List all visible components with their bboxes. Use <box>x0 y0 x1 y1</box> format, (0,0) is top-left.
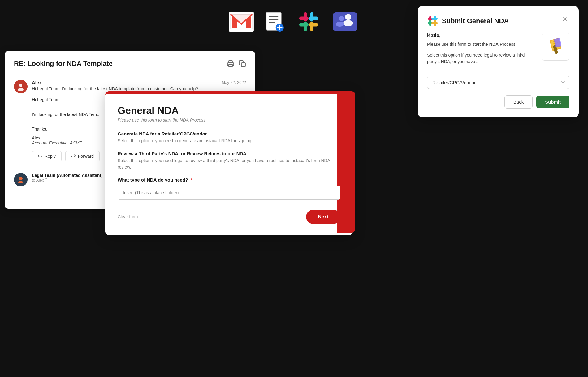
slack-icon[interactable] <box>296 9 322 35</box>
back-button[interactable]: Back <box>504 95 533 109</box>
copy-icon[interactable] <box>239 60 246 67</box>
email-action-icons <box>227 60 246 67</box>
forward-label: Forward <box>78 154 94 159</box>
slack-logo-small <box>427 15 438 27</box>
signature-title: Account Executive, ACME <box>32 140 82 145</box>
svg-rect-39 <box>431 22 438 24</box>
print-icon[interactable] <box>227 60 234 67</box>
nda-type-input[interactable] <box>118 186 340 200</box>
modal-desc-nda: NDA <box>489 42 499 47</box>
nda-form-panel: General NDA Please use this form to star… <box>105 91 353 235</box>
nda-form-footer: Clear form Next <box>118 210 340 224</box>
avatar-legal <box>14 173 28 186</box>
email-preview: Hi Legal Team, I'm looking for the lates… <box>32 86 246 91</box>
email-header: RE: Looking for NDA Template <box>14 60 246 73</box>
modal-desc-part2: Process <box>499 42 515 47</box>
svg-text:T: T <box>345 14 348 20</box>
nda-option1-title: Generate NDA for a Retailer/CPG/Vendor <box>118 131 340 136</box>
required-indicator: * <box>190 177 192 182</box>
svg-point-29 <box>19 84 22 87</box>
clear-form-link[interactable]: Clear form <box>118 214 138 219</box>
modal-header: Submit General NDA ✕ <box>427 15 569 27</box>
signature-name: Alex <box>32 135 40 140</box>
nda-field-label: What type of NDA do you need? * <box>118 177 340 182</box>
svg-rect-15 <box>309 17 318 20</box>
svg-point-22 <box>343 20 353 26</box>
modal-description: Please use this form to start the NDA Pr… <box>427 41 535 48</box>
top-icons-bar: T <box>229 9 359 35</box>
modal-dropdown[interactable]: Retailer/CPG/Vendor Third Party Review O… <box>427 76 569 89</box>
reply-label: Reply <box>45 154 56 159</box>
reply-icon <box>38 154 42 158</box>
nda-option2-desc: Select this option if you need legal to … <box>118 157 340 170</box>
forward-button[interactable]: Forward <box>65 151 100 161</box>
submit-button[interactable]: Submit <box>536 96 569 108</box>
email-date: May 22, 2022 <box>222 80 246 85</box>
modal-desc2: Select this option if you need legal to … <box>427 52 535 65</box>
modal-title-row: Submit General NDA <box>427 15 509 27</box>
svg-rect-35 <box>431 18 438 20</box>
svg-point-23 <box>339 16 344 21</box>
teams-icon[interactable]: T <box>331 9 359 35</box>
svg-rect-19 <box>309 23 318 26</box>
nda-form-title: General NDA <box>118 105 340 116</box>
svg-rect-13 <box>299 17 309 20</box>
svg-rect-28 <box>241 63 245 67</box>
tasks-icon[interactable] <box>263 11 286 34</box>
avatar-alex <box>14 80 28 93</box>
email-subject: RE: Looking for NDA Template <box>14 60 113 68</box>
sender-row: Alex May 22, 2022 <box>32 80 246 85</box>
modal-footer: Back Submit <box>427 95 569 109</box>
modal-desc-part1: Please use this form to start the <box>427 42 489 47</box>
submit-modal: Submit General NDA ✕ Katie, Please use t… <box>418 6 579 117</box>
modal-title: Submit General NDA <box>442 17 509 25</box>
nda-option-1: Generate NDA for a Retailer/CPG/Vendor S… <box>118 131 340 144</box>
reply-button[interactable]: Reply <box>32 151 62 161</box>
nda-option-2: Review a Third Party's NDA, or Review Re… <box>118 151 340 170</box>
svg-point-30 <box>18 88 24 91</box>
forward-icon <box>71 154 76 158</box>
sender-name: Alex <box>32 80 42 85</box>
nda-option1-desc: Select this option if you need to genera… <box>118 138 340 144</box>
modal-greeting: Katie, <box>427 33 535 38</box>
nda-form-subtitle: Please use this form to start the NDA Pr… <box>118 118 340 122</box>
svg-point-24 <box>336 22 344 27</box>
modal-text: Katie, Please use this form to start the… <box>427 33 535 65</box>
modal-body: Katie, Please use this form to start the… <box>427 33 569 65</box>
nda-option2-title: Review a Third Party's NDA, or Review Re… <box>118 151 340 156</box>
modal-illustration <box>542 33 569 61</box>
gmail-icon[interactable] <box>229 12 254 33</box>
svg-rect-27 <box>229 64 232 67</box>
modal-close-button[interactable]: ✕ <box>560 15 569 23</box>
modal-divider <box>427 71 569 71</box>
svg-point-31 <box>19 177 23 180</box>
next-button[interactable]: Next <box>306 210 340 224</box>
svg-rect-17 <box>299 23 309 26</box>
